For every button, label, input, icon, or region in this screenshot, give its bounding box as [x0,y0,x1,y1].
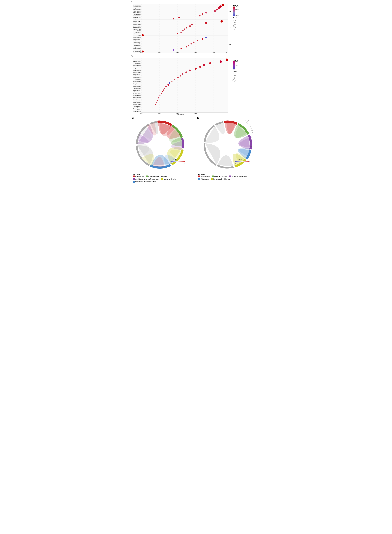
svg-text:30: 30 [235,20,236,21]
dot [168,84,169,86]
svg-text:neutrophil activation: neutrophil activation [133,9,140,10]
dot [154,106,154,107]
svg-point-117 [233,77,235,79]
svg-rect-1 [133,20,228,36]
svg-text:Type I diabetes mellitus: Type I diabetes mellitus [133,97,140,98]
svg-text:Adj.p.Val: Adj.p.Val [233,5,238,6]
svg-text:MAPK13: MAPK13 [241,120,243,120]
svg-text:metal ion transmembrane transp: metal ion transmembrane transporter acti… [133,37,140,38]
svg-text:Graft-versus-host disease: Graft-versus-host disease [133,95,140,96]
svg-rect-160 [235,161,249,162]
section-mf-label: MF [229,43,231,45]
svg-text:Inflammatory bowel disease: Inflammatory bowel disease [133,107,140,109]
svg-text:Osteoclast differentiation: Osteoclast differentiation [133,66,140,68]
dot [161,93,162,94]
dot [202,14,203,15]
panel-b: B 0.02 0.04 0.06 0.08 GeneRatio Neuroact… [131,55,261,115]
svg-text:0.08: 0.08 [195,113,197,114]
section-cc-label: CC [229,27,231,28]
dot [221,4,224,6]
svg-text:cation channel activity: cation channel activity [133,45,140,46]
dot [142,34,144,37]
svg-text:HLA-DPA1: HLA-DPA1 [250,127,253,129]
svg-text:logFC: logFC [173,159,177,160]
dot [151,109,151,110]
svg-text:3: 3 [184,163,185,164]
panel-c: C [131,116,196,183]
dot [181,48,182,49]
svg-point-54 [233,20,234,21]
svg-text:contractile fiber: contractile fiber [133,27,140,28]
dot [193,42,195,43]
svg-text:cGMP-PKG signaling pathway: cGMP-PKG signaling pathway [133,83,141,84]
legend-item-leukocyte-migration: leukocyte migration [161,178,176,180]
svg-text:Neuroactive ligand-receptor in: Neuroactive ligand-receptor interaction [133,59,140,60]
legend-item-rheumatoid-arthritis: Rheumatoid arthritis [212,176,227,177]
dot [142,51,144,53]
svg-rect-48 [233,7,235,16]
dot [171,81,173,82]
svg-text:CXCL8: CXCL8 [250,130,253,131]
dot [155,104,156,105]
svg-text:0.04: 0.04 [159,113,161,114]
dot [220,20,223,23]
svg-rect-108 [233,61,235,70]
dot [185,71,187,73]
dot [186,27,187,28]
svg-text:70: 70 [235,30,236,31]
dot [174,79,175,80]
svg-text:Count: Count [233,17,237,19]
svg-text:logFC: logFC [238,159,242,160]
dot [153,107,153,108]
dot [209,62,211,65]
svg-text:4.0e-06: 4.0e-06 [235,6,239,7]
svg-text:Asthma: Asthma [137,109,140,110]
panel-c-label: C [132,116,195,119]
svg-text:substrate-specific channel act: substrate-specific channel activity [133,39,140,40]
svg-text:HLA-DQA2: HLA-DQA2 [246,120,249,123]
svg-text:regulation of acute inflammato: regulation of acute inflammatory respons… [133,18,140,19]
panel-b-label: B [131,55,261,58]
svg-text:Leishmaniasis: Leishmaniasis [134,79,140,80]
svg-text:ion gated channel activity: ion gated channel activity [133,42,140,43]
svg-text:leukocyte migration: leukocyte migration [133,5,140,6]
panel-d: D [196,116,261,183]
legend-item-regulation-immune: regulation of immune effector process [133,178,159,180]
dot [195,68,197,70]
svg-text:Cell adhesion molecules: Cell adhesion molecules [133,65,140,66]
svg-text:-3: -3 [170,163,171,164]
svg-text:B cell receptor signaling path: B cell receptor signaling pathway [133,98,141,100]
svg-rect-64 [133,58,228,112]
svg-text:CAMP: CAMP [249,126,251,127]
svg-text:myofibril: myofibril [136,30,140,31]
svg-text:Allograft rejection: Allograft rejection [133,102,140,103]
svg-text:0.004: 0.004 [235,65,238,66]
dot [173,49,174,51]
svg-text:amide binding: amide binding [134,40,140,42]
dot [158,98,159,99]
svg-point-119 [233,79,235,82]
dot [182,73,183,75]
svg-text:1.6e-05: 1.6e-05 [235,15,239,16]
svg-text:30: 30 [235,78,236,79]
legend-item-tuberculosis: Tuberculosis [198,178,209,180]
dot [226,59,228,61]
dot [219,5,222,8]
svg-text:FGR: FGR [247,123,249,124]
dot [205,12,207,14]
legend-item-phagocytosis: phagocytosis [133,176,144,177]
legend-item-leishmaniasis: Leishmaniasis [198,176,210,177]
svg-text:acute inflammatory response: acute inflammatory response [133,17,140,18]
dot [178,17,180,18]
svg-text:0.006: 0.006 [235,69,238,70]
svg-text:Tuberculosis: Tuberculosis [135,63,140,64]
dot [203,64,205,66]
svg-text:PPAR signaling pathway: PPAR signaling pathway [133,90,141,91]
panel-c-chord: gene1 gene2 gene3 gene4 gene5 gene6 gene… [134,120,193,172]
dot [177,33,178,34]
svg-text:LILRB1: LILRB1 [251,132,253,133]
svg-text:8.0e-06: 8.0e-06 [235,9,239,10]
dot [182,30,184,32]
svg-text:-3: -3 [235,163,236,164]
svg-text:plasma membrane protein comple: plasma membrane protein complex [133,23,140,24]
